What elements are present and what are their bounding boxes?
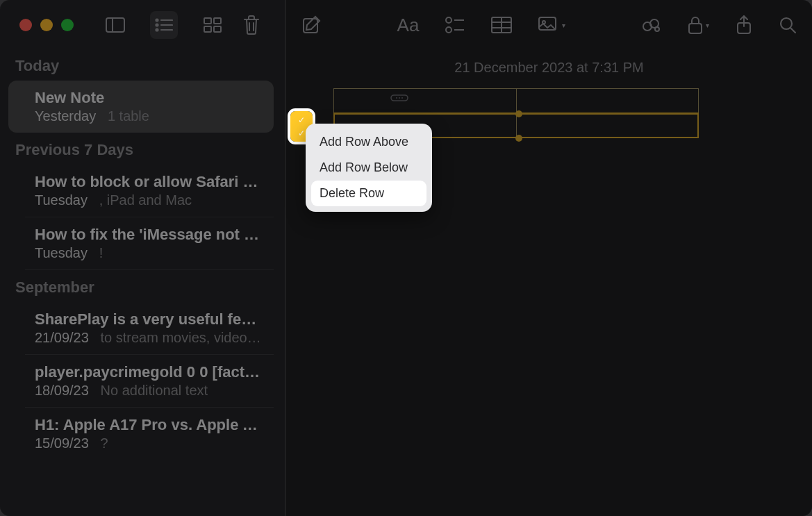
menu-item-add-row-above[interactable]: Add Row Above (311, 129, 426, 155)
check-icon: ✓ (298, 128, 305, 138)
check-icon: ✓ (298, 115, 305, 125)
app-window: Today New Note Yesterday 1 table Previou… (0, 0, 812, 516)
foreground-layer: ✓ ✓ Add Row Above Add Row Below Delete R… (0, 0, 812, 516)
menu-item-add-row-below[interactable]: Add Row Below (311, 155, 426, 181)
row-context-menu: Add Row Above Add Row Below Delete Row (306, 124, 432, 212)
menu-item-delete-row[interactable]: Delete Row (311, 181, 426, 206)
